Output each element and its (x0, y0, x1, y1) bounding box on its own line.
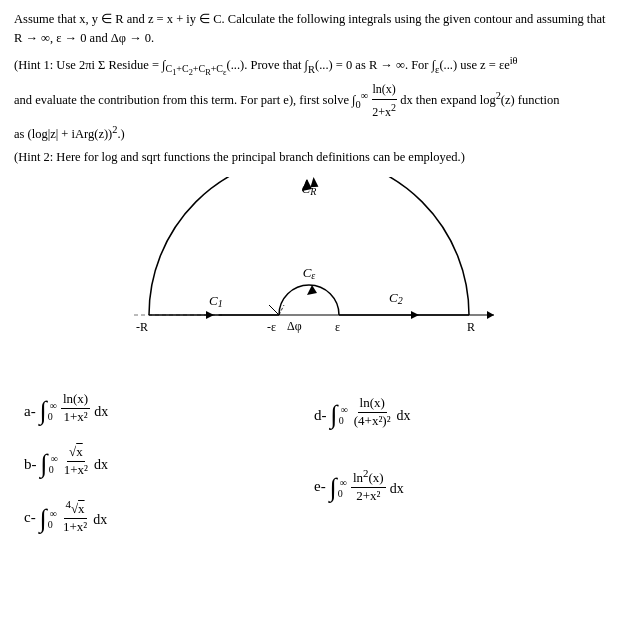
svg-text:Cε: Cε (303, 265, 316, 281)
integral-a-limits: ∞ 0 (48, 400, 57, 422)
svg-text:C2: C2 (389, 290, 403, 306)
integral-e-dx: dx (390, 475, 404, 497)
integral-b-label: b- (24, 444, 37, 473)
integral-d-dx: dx (397, 402, 411, 424)
svg-text:-ε: -ε (267, 320, 276, 334)
svg-text:-R: -R (136, 320, 148, 334)
integral-a-label: a- (24, 391, 36, 420)
svg-marker-7 (206, 311, 214, 319)
integral-c-dx: dx (93, 506, 107, 528)
svg-marker-9 (411, 311, 419, 319)
svg-marker-5 (307, 285, 317, 295)
integral-c-fraction: 4√x 1+x² (61, 497, 89, 536)
integral-d-label: d- (314, 395, 327, 424)
hint2: (Hint 2: Here for log and sqrt functions… (14, 148, 614, 167)
integrals-section: a- ∫ ∞ 0 ln(x) 1+x² dx b- ∫ ∞ (14, 391, 614, 546)
svg-text:ε: ε (335, 320, 340, 334)
svg-line-19 (269, 305, 279, 315)
integral-b-fraction: √x 1+x² (62, 444, 90, 479)
svg-text:R: R (467, 320, 475, 334)
integral-b-dx: dx (94, 451, 108, 473)
integral-a-symbol: ∫ (40, 398, 47, 424)
integral-b: b- ∫ ∞ 0 √x 1+x² dx (24, 444, 314, 479)
integral-c: c- ∫ ∞ 0 4√x 1+x² dx (24, 497, 314, 536)
svg-text:Δφ: Δφ (287, 319, 302, 333)
svg-text:C1: C1 (209, 293, 223, 309)
integral-d: d- ∫ ∞ 0 ln(x) (4+x²)² dx (314, 395, 604, 430)
integral-a-fraction: ln(x) 1+x² (61, 391, 90, 426)
contour-diagram: CR Cε C1 C2 Δφ -R -ε ε R (14, 177, 614, 377)
integral-e-fraction: ln2(x) 2+x² (351, 466, 386, 505)
integral-a: a- ∫ ∞ 0 ln(x) 1+x² dx (24, 391, 314, 426)
svg-marker-2 (487, 311, 494, 319)
integral-c-label: c- (24, 497, 36, 526)
integral-e: e- ∫ ∞ 0 ln2(x) 2+x² dx (314, 466, 604, 505)
header-text: Assume that x, y ∈ R and z = x + iy ∈ C.… (14, 10, 614, 49)
integral-d-fraction: ln(x) (4+x²)² (352, 395, 393, 430)
hint1: (Hint 1: Use 2πi Σ Residue = ∫C1+C2+CR+C… (14, 53, 614, 144)
integral-a-dx: dx (94, 398, 108, 420)
integral-e-label: e- (314, 466, 326, 495)
